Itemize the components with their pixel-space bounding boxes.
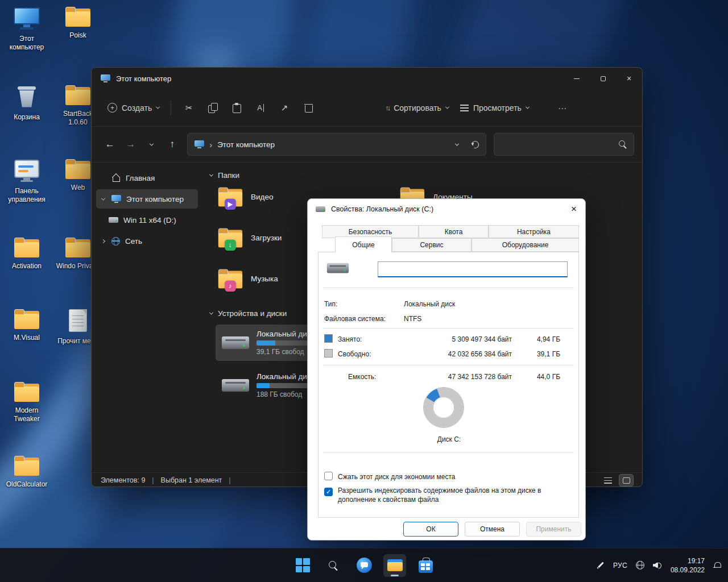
dialog-close-button[interactable]: ×: [562, 199, 585, 219]
large-icons-view-button[interactable]: [619, 475, 633, 486]
search-icon: [328, 560, 338, 571]
close-button[interactable]: ×: [616, 68, 642, 89]
sidebar-item-network[interactable]: Сеть: [96, 231, 198, 251]
search-input[interactable]: [500, 140, 614, 149]
tab-label: Сервис: [420, 241, 443, 249]
free-size: 39,1 ГБ: [515, 350, 560, 358]
notifications-icon[interactable]: [713, 562, 721, 569]
folder-tile-downloads[interactable]: ↓ Загрузки: [217, 226, 282, 250]
recent-locations-button[interactable]: [141, 134, 162, 155]
taskbar: РУС 19:17 08.09.2022: [0, 548, 728, 582]
desktop-icon-poisk[interactable]: Poisk: [52, 5, 104, 40]
taskbar-explorer-button[interactable]: [383, 554, 406, 577]
section-label: Папки: [218, 171, 239, 180]
clock[interactable]: 19:17 08.09.2022: [671, 556, 705, 574]
up-button[interactable]: ↑: [162, 134, 183, 155]
folder-label: Музыка: [251, 275, 278, 283]
network-icon[interactable]: [636, 561, 644, 569]
tab-hardware[interactable]: Оборудование: [471, 238, 579, 252]
compress-checkbox[interactable]: [324, 472, 333, 480]
windows-logo-icon: [296, 558, 310, 572]
devices-section-header[interactable]: Устройства и диски: [210, 309, 287, 318]
copy-button[interactable]: [201, 98, 225, 118]
tab-tools[interactable]: Сервис: [392, 238, 471, 252]
index-checkbox[interactable]: ✓: [324, 488, 333, 496]
sidebar-item-this-pc[interactable]: Этот компьютер: [96, 189, 198, 209]
desktop-icon-mvisual[interactable]: M.Visual: [1, 307, 52, 342]
sidebar-item-drive-d[interactable]: Win 11 x64 (D:): [96, 210, 198, 230]
folder-icon: [64, 83, 92, 107]
share-button[interactable]: ↗: [272, 98, 296, 118]
tab-label: Квота: [445, 228, 463, 236]
minimize-button[interactable]: [564, 68, 590, 89]
tab-customize[interactable]: Настройка: [489, 225, 579, 238]
tab-label: Настройка: [517, 228, 551, 236]
used-bytes: 5 309 497 344 байт: [404, 335, 512, 343]
collapse-icon: [209, 311, 213, 315]
home-icon: [111, 174, 121, 182]
sort-icon: ↑↓: [385, 103, 389, 112]
folder-tile-music[interactable]: ♪ Музыка: [217, 267, 278, 290]
tab-general[interactable]: Общие: [335, 236, 392, 252]
general-tab-panel: Тип: Локальный диск Файловая система: NT…: [318, 252, 579, 518]
refresh-icon[interactable]: [470, 139, 480, 149]
pen-icon[interactable]: [597, 562, 605, 569]
window-titlebar[interactable]: Этот компьютер ×: [92, 68, 642, 89]
taskbar-store-button[interactable]: [414, 554, 437, 577]
folder-tile-video[interactable]: ▶ Видео: [217, 185, 273, 209]
volume-icon[interactable]: [653, 562, 662, 569]
folders-section-header[interactable]: Папки: [210, 171, 239, 180]
network-icon: [111, 237, 120, 246]
volume-label-input[interactable]: [378, 261, 568, 277]
capacity-label: Емкость:: [348, 373, 376, 381]
start-button[interactable]: [291, 554, 314, 577]
forward-button[interactable]: →: [121, 134, 142, 155]
folder-icon: [13, 307, 40, 331]
taskbar-chat-button[interactable]: [353, 554, 375, 577]
expander-icon[interactable]: [101, 196, 105, 200]
ok-button-label: ОК: [426, 525, 435, 533]
desktop-icon-activation[interactable]: Activation: [1, 235, 52, 271]
back-button[interactable]: ←: [100, 134, 121, 155]
new-button[interactable]: + Создать: [102, 98, 165, 117]
rename-button[interactable]: A: [249, 98, 272, 118]
language-indicator[interactable]: РУС: [613, 562, 627, 569]
used-size: 4,94 ГБ: [515, 335, 560, 343]
toolbar-divider: [171, 101, 171, 115]
downloads-folder-icon: ↓: [217, 226, 243, 249]
desktop-icon-modern-tweaker[interactable]: Modern Tweaker: [1, 380, 52, 423]
sort-button[interactable]: ↑↓ Сортировать: [379, 99, 454, 117]
paste-button[interactable]: [225, 98, 249, 118]
view-button[interactable]: Просмотреть: [454, 99, 535, 117]
breadcrumb[interactable]: Этот компьютер: [217, 140, 275, 149]
free-label: Свободно:: [338, 350, 371, 358]
this-pc-icon: [195, 140, 204, 148]
donut-inner-outline: [433, 397, 454, 418]
desktop-icon-label: Этот компьютер: [2, 35, 52, 52]
taskbar-search-button[interactable]: [322, 554, 345, 577]
desktop-icon-oldcalculator[interactable]: OldCalculator: [1, 454, 52, 489]
desktop-icon-this-pc[interactable]: Этот компьютер: [1, 5, 52, 52]
desktop-icon-control-panel[interactable]: Панель управления: [1, 157, 52, 204]
expander-icon[interactable]: [101, 239, 105, 243]
tab-label: Общие: [352, 241, 374, 249]
large-icons-view-icon: [623, 477, 630, 484]
delete-button[interactable]: [296, 98, 320, 118]
ok-button[interactable]: ОК: [403, 522, 458, 537]
desktop-icon-recycle-bin[interactable]: Корзина: [1, 83, 52, 122]
window-icon: [101, 74, 110, 82]
details-view-button[interactable]: [601, 475, 615, 486]
address-dropdown-icon[interactable]: [455, 142, 459, 146]
chevron-down-icon: [156, 105, 160, 109]
sidebar-item-home[interactable]: Главная: [96, 168, 198, 188]
cancel-button[interactable]: Отмена: [465, 522, 520, 537]
sidebar-item-label: Этот компьютер: [126, 195, 184, 203]
maximize-button[interactable]: [590, 68, 616, 89]
dialog-titlebar[interactable]: Свойства: Локальный диск (C:) ×: [308, 199, 585, 219]
address-bar[interactable]: › Этот компьютер: [187, 133, 486, 156]
tab-quota[interactable]: Квота: [419, 225, 489, 238]
video-folder-icon: ▶: [217, 185, 243, 208]
search-box[interactable]: [494, 133, 634, 156]
more-button[interactable]: ···: [551, 98, 574, 118]
cut-button[interactable]: ✂: [177, 98, 201, 118]
